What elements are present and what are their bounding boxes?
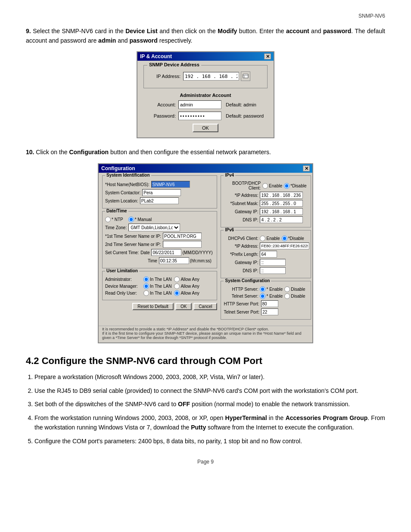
step9-text: 9. Select the SNMP-NV6 card in the Devic…: [26, 27, 385, 45]
manual-radio[interactable]: [128, 217, 134, 222]
list-item: Prepare a workstation (Microsoft Windows…: [34, 373, 385, 382]
devmgr-label: Device Manager:: [105, 284, 142, 289]
ok-row: OK: [143, 124, 268, 132]
ntp2-row: 2nd Time Server Name or IP:: [105, 241, 214, 248]
ipv4-ip-input[interactable]: [260, 192, 303, 199]
telnet-disable-radio[interactable]: [284, 293, 290, 299]
ipv6-prefix-row: *Prefix Length:: [224, 251, 308, 258]
ok-button[interactable]: OK: [193, 124, 218, 132]
time-input[interactable]: [159, 257, 189, 264]
dhcpv6-enable-radio[interactable]: [260, 236, 265, 241]
ipv4-dns-input[interactable]: [260, 216, 303, 223]
readonly-inlan-radio[interactable]: [143, 290, 149, 296]
devmgr-any-label: Allow Any: [181, 284, 199, 289]
config-ok-button[interactable]: OK: [175, 303, 192, 310]
syslocation-row: System Location:: [105, 197, 214, 204]
telnet-port-label: Telnet Server Port:: [224, 310, 259, 314]
dhcp-disable-radio[interactable]: [284, 183, 290, 189]
item3-text: Set both of the dipswitches of the SNMP-…: [34, 401, 350, 408]
http-disable-radio[interactable]: [284, 286, 290, 292]
syscontact-input[interactable]: [142, 189, 181, 196]
header-title: SNMP-NV6: [358, 13, 385, 19]
ipv6-gw-input[interactable]: [260, 259, 286, 266]
config-dialog-wrapper: Configuration ✕ System Identification *H…: [26, 163, 385, 343]
dhcp-disable-label: *Disable: [290, 184, 306, 188]
account-input[interactable]: [178, 100, 221, 109]
timezone-select[interactable]: GMT Dublin,Lisbon,London: [128, 224, 180, 231]
dhcp-enable-radio[interactable]: [262, 183, 268, 189]
ipv6-dns-input[interactable]: [260, 267, 286, 274]
telnet-enable-radio[interactable]: [260, 293, 265, 299]
dhcp-enable-label: Enable: [269, 184, 282, 188]
ipv6-ip-label: *IP Address:: [224, 244, 258, 249]
item2-text: Use the RJ45 to DB9 serial cable (provid…: [34, 387, 358, 394]
reset-default-button[interactable]: Reset to Default: [132, 303, 174, 310]
readonly-inlan-label: In The LAN: [150, 291, 171, 296]
section-42-heading: 4.2 Configure the SNMP-NV6 card through …: [26, 355, 385, 367]
ip-address-label: IP Address:: [148, 74, 181, 79]
admin-any-radio[interactable]: [174, 277, 180, 282]
config-title: Configuration: [101, 165, 135, 171]
page-footer: Page 9: [26, 459, 385, 465]
ip-icon[interactable]: [241, 72, 250, 81]
ipv4-group-title: IPv4: [224, 173, 235, 177]
ntp2-input[interactable]: [163, 241, 202, 248]
ntp-manual-row: * NTP * Manual: [105, 217, 214, 222]
password-label: Password:: [143, 113, 176, 118]
hostname-input[interactable]: [151, 181, 190, 188]
step10-number: 10.: [26, 149, 34, 156]
admin-account-title: Administrator Account: [143, 93, 268, 98]
ipv6-prefix-input[interactable]: [260, 251, 277, 258]
http-enable-radio[interactable]: [260, 286, 265, 292]
http-port-input[interactable]: [261, 300, 278, 307]
ipv4-dns-label: DNS IP:: [224, 218, 258, 222]
telnet-server-row: Telnet Server: * Enable Disable: [224, 293, 308, 299]
config-titlebar: Configuration ✕: [99, 164, 312, 173]
config-buttons: Reset to Default OK Cancel: [102, 303, 217, 310]
ipv4-mask-input[interactable]: [260, 200, 303, 207]
item4-text: From the workstation running Windows 200…: [34, 414, 385, 431]
devmgr-any-radio[interactable]: [174, 283, 180, 289]
ipv6-ip-input[interactable]: [260, 243, 309, 249]
time-row: Time (hh:mm:ss): [105, 257, 214, 264]
sysid-group-title: System Identification: [105, 173, 151, 177]
ntp-radio[interactable]: [105, 217, 111, 222]
ip-account-dialog-wrapper: IP & Account ✕ SNMP Device Address IP Ad…: [26, 51, 385, 138]
config-right-column: IPv4 BOOTP/DHCP Client: Enable *Disable …: [221, 175, 311, 322]
devmgr-inlan-radio[interactable]: [143, 283, 149, 289]
date-input[interactable]: [151, 249, 181, 256]
ip-account-titlebar: IP & Account ✕: [137, 52, 274, 61]
date-format: (MM/DD/YYYY): [182, 250, 212, 255]
datetime-group: Date/Time * NTP * Manual Time Zone:: [102, 211, 217, 268]
admin-inlan-radio[interactable]: [143, 277, 149, 282]
sysid-group: System Identification *Host Name(NetBIOS…: [102, 175, 217, 208]
telnet-port-input[interactable]: [261, 308, 278, 315]
config-close-button[interactable]: ✕: [303, 165, 310, 171]
devmgr-row: Device Manager: In The LAN Allow Any: [105, 283, 214, 289]
ipv4-gw-input[interactable]: [260, 208, 303, 215]
http-port-row: HTTP Server Port:: [224, 300, 308, 307]
ipv4-dns-row: DNS IP:: [224, 216, 308, 223]
page-header: SNMP-NV6: [26, 13, 385, 19]
admin-user-row: Administrator: In The LAN Allow Any: [105, 277, 214, 282]
ntp1-input[interactable]: [163, 233, 202, 240]
ipv4-group: IPv4 BOOTP/DHCP Client: Enable *Disable …: [221, 175, 311, 227]
ipv6-gw-row: Gateway IP:: [224, 259, 308, 266]
dialog-close-button[interactable]: ✕: [264, 53, 271, 59]
syscontact-row: System Contactor:: [105, 189, 214, 196]
date-label: Date: [140, 250, 149, 255]
dhcpv6-disable-radio[interactable]: [282, 236, 287, 241]
password-input[interactable]: [178, 112, 221, 120]
readonly-any-label: Allow Any: [181, 291, 199, 296]
ntp-label: * NTP: [112, 217, 123, 222]
config-cancel-button[interactable]: Cancel: [193, 303, 217, 310]
page-number: Page 9: [197, 459, 214, 465]
ip-account-dialog: IP & Account ✕ SNMP Device Address IP Ad…: [137, 51, 274, 138]
http-enable-label: * Enable: [266, 287, 283, 292]
ip-address-input[interactable]: [183, 72, 239, 81]
svg-rect-0: [243, 74, 248, 78]
config-footer-note: It is recommended to provide a static *I…: [99, 326, 312, 342]
ip-address-row: IP Address:: [148, 72, 263, 81]
readonly-any-radio[interactable]: [174, 290, 180, 296]
syslocation-input[interactable]: [140, 197, 179, 204]
